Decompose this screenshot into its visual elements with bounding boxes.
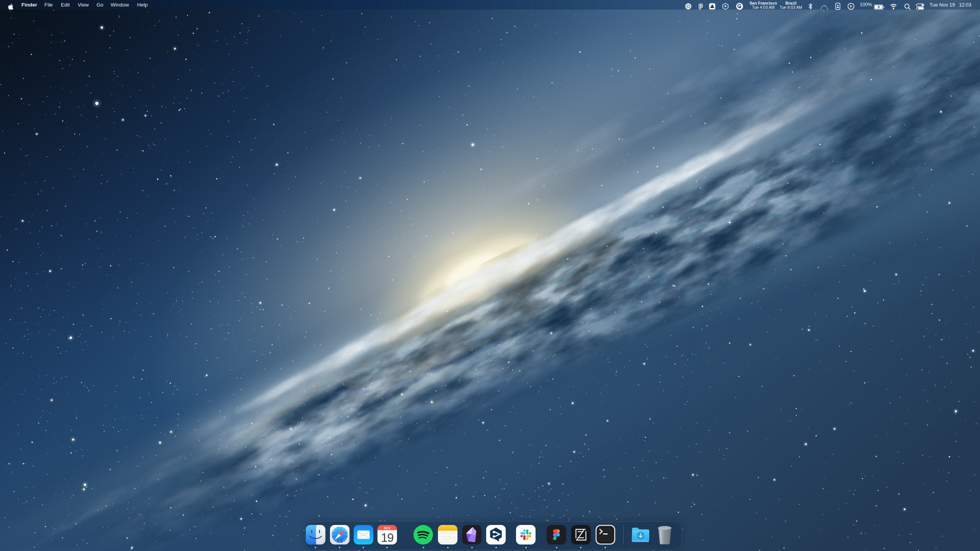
svg-text:NOV: NOV (384, 526, 391, 530)
svg-text:19: 19 (381, 531, 393, 544)
